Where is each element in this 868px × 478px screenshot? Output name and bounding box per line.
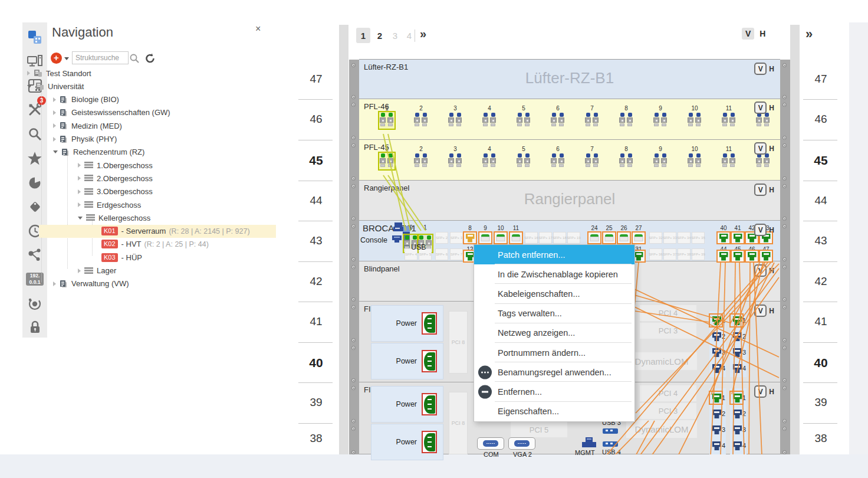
tree-item-k02[interactable]: K02- HVT(R: 2 | A: 25 | P: 44) [101,238,213,251]
switch-port-11[interactable] [509,231,523,244]
ip-address-icon[interactable]: 192.0.0.1 [22,268,47,290]
tree-item-k01[interactable]: K01- Serverraum(R: 28 | A: 2145 | P: 927… [39,225,276,238]
sfp-port[interactable]: SFP+ 32 [649,232,662,244]
reset-search-icon[interactable] [144,53,156,64]
sfp-port[interactable]: SFP+ 33 [663,232,676,244]
switch-port-8[interactable] [463,231,477,244]
pfl-port-4[interactable] [482,153,496,167]
close-icon[interactable]: × [255,24,261,34]
vga-port-icon[interactable] [508,437,535,450]
sfp-port[interactable]: SFP+ 2 [435,232,448,244]
sfp-port[interactable]: SFP+ 39 [692,248,705,260]
switch-port-44[interactable] [716,250,731,263]
switch-port-47[interactable] [759,250,773,263]
sfp-port[interactable]: SFP+ 17 [539,232,552,244]
sfp-port[interactable]: SFP+ 35 [692,232,705,244]
tools-icon[interactable]: 3 [22,99,47,121]
unit-vertical-button[interactable]: V [754,305,767,317]
nic-port-3[interactable] [732,347,743,358]
unit-vertical-button[interactable]: V [754,385,767,398]
expand-arrow-icon[interactable] [53,281,56,286]
pfl-port-9[interactable] [653,153,667,167]
menu-item[interactable]: Entfernen... [474,382,634,401]
pie-chart-icon[interactable] [22,171,47,194]
switch-port-10[interactable] [494,231,508,244]
pfl-port-3[interactable] [448,113,462,126]
tree-item[interactable]: Verwaltung (VW) [53,277,134,290]
tree-item[interactable]: Test Standort [27,67,96,80]
menu-item[interactable]: Eigenschaften... [474,402,634,421]
console-port-icon[interactable] [392,235,402,244]
add-dropdown-caret[interactable] [64,57,69,60]
expand-arrow-icon[interactable] [53,97,56,102]
orientation-vertical-button[interactable]: V [742,28,754,40]
expand-arrow-icon[interactable] [53,123,56,128]
topology-icon[interactable] [22,244,47,266]
nic-port-4[interactable] [732,363,743,374]
tree-item[interactable]: Rechenzentrum (RZ) [53,146,149,159]
sfp-port[interactable]: SFP+ 19 [567,232,580,244]
pfl-port-4[interactable] [482,113,496,126]
pfl-port-8[interactable] [619,113,633,126]
pfl-port-1[interactable] [380,153,393,167]
pfl-port-11[interactable] [722,113,735,126]
page-tab-1[interactable]: 1 [356,28,370,43]
com-port-icon[interactable] [477,437,504,450]
sfp-port[interactable]: SFP+ 3 [450,232,463,244]
unit-horizontal-button[interactable]: H [769,267,774,275]
lock-icon[interactable] [22,316,47,339]
menu-item[interactable]: Patch entfernen... [474,245,634,264]
pfl-port-10[interactable] [688,153,701,167]
sfp-port[interactable]: SFP+ 38 [678,248,691,260]
sfp-port[interactable]: SFP+ 16 [525,232,538,244]
sfp-port[interactable]: SFP+ 6 [435,248,448,260]
unit-vertical-button[interactable]: V [754,102,767,114]
nic-port-3[interactable] [732,424,743,436]
menu-item[interactable]: Netzweg anzeigen... [474,323,634,343]
nic-port-2[interactable] [732,331,743,342]
pfl-port-12[interactable] [756,113,770,126]
pfl-port-11[interactable] [722,153,735,167]
search-icon[interactable] [129,53,140,64]
collapse-arrow-icon[interactable] [78,217,83,220]
tree-item[interactable]: Medizin (MED) [53,119,127,132]
more-pages-icon[interactable]: » [420,27,426,41]
sfp-port[interactable]: SFP+ 37 [663,248,676,260]
switch-port-40[interactable] [716,231,731,244]
rack-unit-46[interactable]: PFL-46VH123456789101112 [359,99,780,140]
search-icon[interactable] [22,123,47,145]
pfl-port-2[interactable] [414,153,428,167]
pfl-port-5[interactable] [517,153,530,167]
tree-item[interactable]: 1.Obergeschoss [78,159,157,172]
unit-vertical-button[interactable]: V [754,224,767,236]
unit-horizontal-button[interactable]: H [769,104,774,112]
pfl-port-1[interactable] [380,113,393,126]
nic-port-4[interactable] [732,440,743,451]
collapse-arrow-icon[interactable] [53,150,58,153]
menu-item[interactable]: Benamungsregel anwenden... [474,362,634,382]
nic-port-4[interactable] [711,440,722,451]
unit-vertical-button[interactable]: V [754,63,767,75]
expand-arrow-icon[interactable] [53,137,56,142]
collapse-arrow-icon[interactable] [27,85,32,88]
tree-item[interactable]: Kellergeschoss [78,211,155,224]
power-supply-block[interactable]: Power [371,424,443,460]
sfp-port[interactable]: SFP+ 18 [553,232,566,244]
page-tab-3[interactable]: 3 [388,28,402,43]
unit-horizontal-button[interactable]: H [769,388,774,396]
tree-item[interactable]: Physik (PHY) [53,133,121,146]
sfp-port[interactable]: SFP+ 36 [649,248,662,260]
expand-arrow-icon[interactable] [53,110,56,115]
tree-item[interactable]: Universität [27,80,88,93]
favorites-icon[interactable] [22,147,47,169]
nic-port-4[interactable] [711,363,722,374]
unit-horizontal-button[interactable]: H [769,145,774,153]
nic-port-3[interactable] [711,424,722,436]
switch-port-27[interactable] [632,231,646,244]
switch-port-41[interactable] [731,231,745,244]
tree-item[interactable]: Lager [78,264,121,277]
nic-port-2[interactable] [711,331,722,342]
scan-icon[interactable] [22,292,47,315]
add-node-button[interactable]: + [51,53,62,64]
power-supply-block[interactable]: Power [371,343,443,379]
